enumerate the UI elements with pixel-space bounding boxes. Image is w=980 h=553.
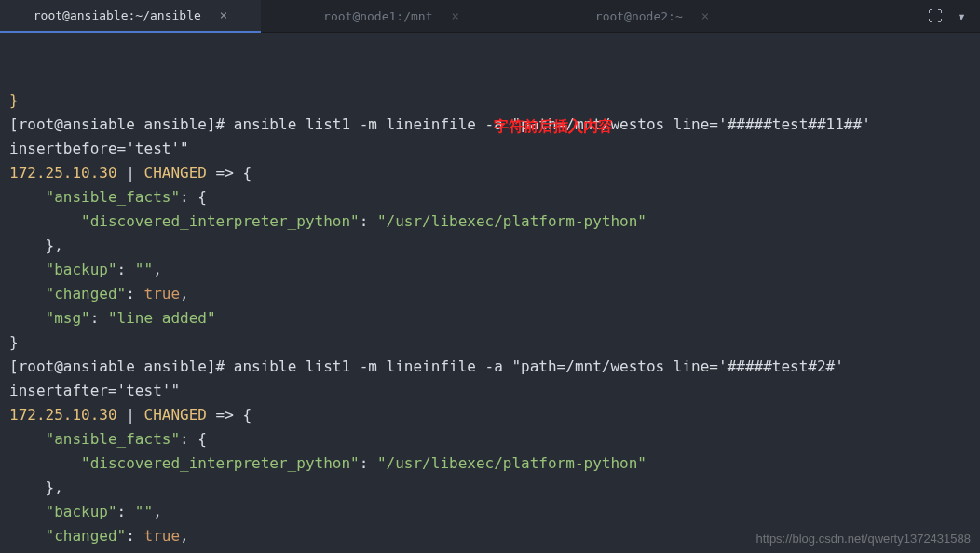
interpreter-line: "discovered_interpreter_python": "/usr/l… <box>9 212 647 230</box>
prompt-1: [root@ansiable ansible]# ansible list1 -… <box>9 115 879 157</box>
screenshot-icon[interactable]: ⛶ <box>928 7 943 25</box>
changed-line-2: "changed": true, <box>9 527 189 545</box>
tab-label: root@ansiable:~/ansible <box>34 8 201 22</box>
watermark: https://blog.csdn.net/qwerty1372431588 <box>755 532 971 546</box>
annotation-text: 字符前后插入内容 <box>494 115 613 139</box>
terminal-output[interactable]: 字符前后插入内容 } [root@ansiable ansible]# ansi… <box>0 33 980 553</box>
tab-label: root@node2:~ <box>595 9 683 23</box>
changed-line: "changed": true, <box>9 285 189 303</box>
close-icon[interactable]: × <box>451 8 458 23</box>
stray-brace: } <box>9 91 19 109</box>
tab-node2[interactable]: root@node2:~ × <box>522 0 783 33</box>
tab-ansiable[interactable]: root@ansiable:~/ansible × <box>0 0 261 33</box>
tab-label: root@node1:/mnt <box>323 9 432 23</box>
chevron-down-icon[interactable]: ▾ <box>957 7 966 25</box>
result-1-header: 172.25.10.30 | CHANGED => { <box>9 164 252 182</box>
close-brace-2: } <box>9 333 19 351</box>
close-icon[interactable]: × <box>220 7 227 22</box>
tab-bar: root@ansiable:~/ansible × root@node1:/mn… <box>0 0 980 33</box>
ansible-facts-line-2: "ansible_facts": { <box>9 430 207 448</box>
backup-line: "backup": "", <box>9 261 162 278</box>
close-brace-3: }, <box>9 479 63 496</box>
tab-controls: ⛶ ▾ <box>928 7 980 25</box>
close-brace-1: }, <box>9 236 63 254</box>
interpreter-line-2: "discovered_interpreter_python": "/usr/l… <box>9 454 647 472</box>
prompt-2: [root@ansiable ansible]# ansible list1 -… <box>9 357 853 399</box>
msg-line: "msg": "line added" <box>9 309 216 327</box>
backup-line-2: "backup": "", <box>9 503 162 520</box>
result-2-header: 172.25.10.30 | CHANGED => { <box>9 406 252 424</box>
ansible-facts-line: "ansible_facts": { <box>9 188 207 206</box>
tab-node1[interactable]: root@node1:/mnt × <box>261 0 522 33</box>
close-icon[interactable]: × <box>701 8 709 23</box>
